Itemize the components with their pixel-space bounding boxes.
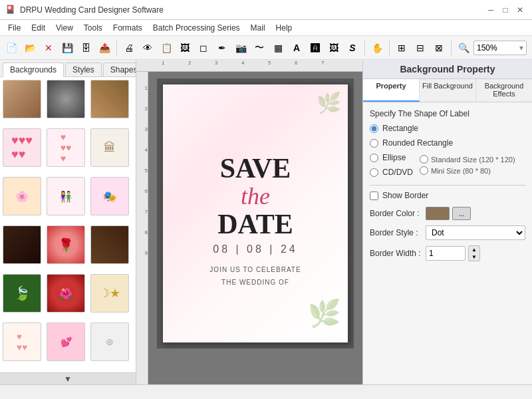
tab-fill-background[interactable]: Fill Background (420, 79, 476, 102)
menu-edit[interactable]: Edit (26, 22, 51, 34)
radio-ellipse[interactable] (370, 154, 378, 162)
list-item[interactable] (90, 225, 129, 264)
radio-rectangle-label[interactable]: Rectangle (382, 124, 418, 133)
radio-cddvd-label[interactable]: CD/DVD (382, 168, 413, 177)
panel-scroll-down[interactable]: ▼ (0, 372, 136, 384)
text2-button[interactable]: 🅰 (307, 39, 324, 57)
right-content: Specify The Shape Of Label Rectangle Rou… (363, 102, 532, 384)
list-item[interactable]: ☽★ (90, 274, 129, 313)
export-button[interactable]: 📤 (96, 39, 113, 57)
clip-button[interactable]: 🖼 (325, 39, 342, 57)
border-color-swatch[interactable] (426, 207, 450, 220)
show-border-row: Show Border (370, 191, 525, 200)
save-as-button[interactable]: 🗄 (77, 39, 94, 57)
curve-button[interactable]: 〜 (251, 39, 268, 57)
canvas-page[interactable]: 🌿 SAVE the DATE 08 | 08 | 24 JOIN US TO … (162, 84, 348, 343)
canvas-wrapper[interactable]: 🌿 SAVE the DATE 08 | 08 | 24 JOIN US TO … (148, 72, 362, 384)
radio-mini-size[interactable] (420, 166, 428, 175)
list-item[interactable]: 🌺 (47, 274, 85, 313)
tab-property[interactable]: Property (363, 79, 420, 102)
list-item[interactable] (3, 225, 41, 264)
tab-styles[interactable]: Styles (65, 63, 102, 76)
app-title: DRPU Wedding Card Designer Software (20, 5, 484, 15)
list-item[interactable]: ♥♥♥ (3, 323, 41, 361)
save-text: SAVE (220, 154, 291, 182)
image-button[interactable]: 🖼 (176, 39, 194, 57)
align-button[interactable]: ⊟ (412, 39, 429, 57)
list-item[interactable] (90, 80, 129, 118)
list-item[interactable]: ♥♥♥♥ (47, 128, 85, 167)
new-button[interactable]: 📄 (3, 39, 20, 57)
print-settings-button[interactable]: 📋 (158, 39, 175, 57)
grab-button[interactable]: ✋ (368, 39, 386, 57)
zoom-in-button[interactable]: 🔍 (455, 39, 472, 57)
photo-button[interactable]: 📷 (232, 39, 249, 57)
list-item[interactable]: 💕 (47, 323, 85, 361)
menu-help[interactable]: Help (271, 22, 298, 34)
radio-ellipse-label[interactable]: Ellipse (382, 153, 406, 162)
list-item[interactable]: 🌸 (3, 177, 41, 215)
tab-background-effects[interactable]: Background Effects (476, 79, 532, 102)
list-item[interactable]: 🍃 (3, 274, 41, 313)
tab-shapes[interactable]: Shapes (103, 63, 136, 76)
join-text-1: JOIN US TO CELEBRATE (209, 266, 301, 273)
maximize-button[interactable]: □ (499, 3, 512, 17)
list-item[interactable]: ⊛ (90, 323, 129, 361)
menu-view[interactable]: View (51, 22, 78, 34)
list-item[interactable]: 🎭 (90, 177, 129, 215)
radio-rectangle[interactable] (370, 124, 378, 133)
print-button[interactable]: 🖨 (120, 39, 138, 57)
border-width-input[interactable] (426, 246, 466, 261)
print-preview-button[interactable]: 👁 (139, 39, 156, 57)
border-style-select[interactable]: Solid Dot Dash DashDot DashDotDot (426, 225, 525, 240)
menu-mail[interactable]: Mail (245, 22, 271, 34)
radio-standard-size[interactable] (420, 155, 428, 164)
list-item[interactable]: 👫 (47, 177, 85, 215)
list-item[interactable]: 🏛 (90, 128, 129, 167)
grid-button[interactable]: ⊞ (393, 39, 410, 57)
zoom-level: 150% (477, 43, 497, 53)
zoom-dropdown-icon[interactable]: ▾ (519, 43, 523, 53)
radio-cddvd[interactable] (370, 168, 378, 177)
show-border-checkbox[interactable] (370, 192, 378, 200)
radio-rounded-rectangle[interactable] (370, 139, 378, 148)
ruler-vtick-8: 8 (145, 229, 148, 235)
menu-formats[interactable]: Formats (108, 22, 148, 34)
text-button[interactable]: A (288, 39, 305, 57)
menu-batch[interactable]: Batch Processing Series (148, 22, 245, 34)
left-panel: Backgrounds Styles Shapes ♥♥♥♥♥ ♥♥♥♥ 🏛 🌸… (0, 60, 136, 384)
ruler-vtick-7: 7 (145, 209, 148, 215)
mini-size-label[interactable]: Mini Size (80 * 80) (431, 167, 491, 175)
menu-tools[interactable]: Tools (78, 22, 108, 34)
toolbar: 📄 📂 ✕ 💾 🗄 📤 🖨 👁 📋 🖼 ◻ ✒ 📷 〜 ▦ A 🅰 🖼 S ✋ … (0, 36, 532, 60)
menu-file[interactable]: File (3, 22, 26, 34)
shape-button[interactable]: ◻ (195, 39, 212, 57)
ruler-vtick-4: 4 (145, 147, 148, 153)
border-width-down[interactable]: ▼ (469, 253, 479, 261)
border-color-row: Border Color : ... (370, 207, 525, 220)
right-tabs: Property Fill Background Background Effe… (363, 79, 532, 102)
list-item[interactable] (47, 80, 85, 118)
border-color-picker-btn[interactable]: ... (452, 207, 471, 220)
symbol-button[interactable]: S (344, 39, 361, 57)
list-item[interactable] (3, 80, 41, 118)
close-button[interactable]: ✕ (513, 3, 527, 17)
minimize-button[interactable]: ─ (484, 3, 497, 17)
open-button[interactable]: 📂 (21, 39, 39, 57)
show-border-label[interactable]: Show Border (382, 191, 428, 200)
pen-button[interactable]: ✒ (213, 39, 231, 57)
save-button[interactable]: 💾 (59, 39, 76, 57)
close-file-button[interactable]: ✕ (40, 39, 57, 57)
border-width-row: Border Width : ▲ ▼ (370, 245, 525, 261)
list-item[interactable]: ♥♥♥♥♥ (3, 128, 41, 167)
barcode-button[interactable]: ▦ (269, 39, 287, 57)
standard-size-label[interactable]: Standard Size (120 * 120) (431, 156, 515, 164)
tab-backgrounds[interactable]: Backgrounds (3, 63, 64, 77)
border-width-up[interactable]: ▲ (469, 246, 479, 253)
snap-button[interactable]: ⊠ (430, 39, 448, 57)
radio-row-rounded: Rounded Rectangle (370, 138, 525, 148)
ruler-vtick-3: 3 (145, 126, 148, 132)
right-panel-header: Background Property (363, 60, 532, 79)
list-item[interactable]: 🌹 (47, 225, 85, 264)
radio-rounded-rectangle-label[interactable]: Rounded Rectangle (382, 138, 453, 148)
